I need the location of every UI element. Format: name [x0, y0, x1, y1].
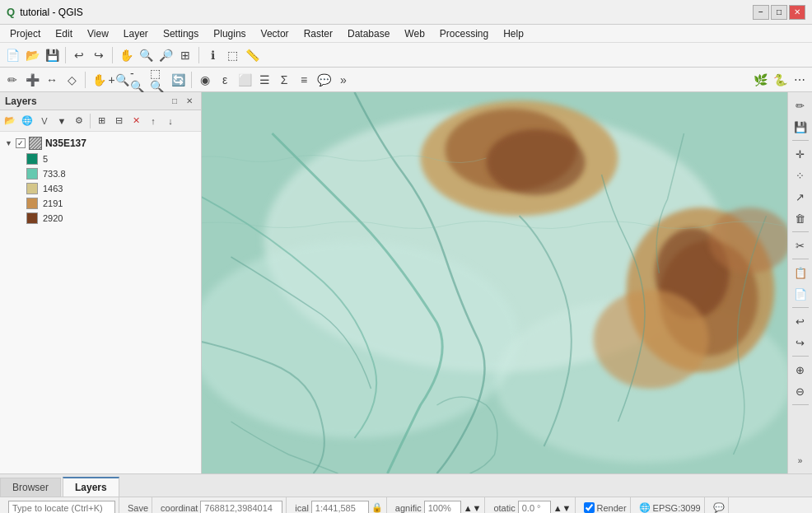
grass-button[interactable]: 🌿 — [751, 71, 769, 89]
rotation-arrow[interactable]: ▲▼ — [553, 503, 572, 513]
layers-toolbar: 📂 🌐 V ▼ ⚙ ⊞ ⊟ ✕ ↑ ↓ — [0, 110, 201, 132]
deselect-button[interactable]: ⬜ — [236, 71, 254, 89]
zoom-select-button[interactable]: ⬚🔍 — [149, 71, 167, 89]
render-label: Render — [597, 503, 627, 513]
menu-item-help[interactable]: Help — [497, 26, 530, 41]
measure-button[interactable]: 📏 — [243, 46, 261, 64]
rt-zoom-out-button[interactable]: ⊖ — [791, 381, 810, 401]
minimize-button[interactable]: − — [753, 5, 769, 20]
messages-icon[interactable]: 💬 — [713, 502, 725, 513]
titlebar: Q tutorial - QGIS − □ ✕ — [0, 0, 812, 25]
zoom-in2-button[interactable]: +🔍 — [110, 71, 128, 89]
new-project-button[interactable]: 📄 — [3, 46, 21, 64]
float-panel-button[interactable]: □ — [168, 95, 181, 108]
rt-digitize-button[interactable]: ✏ — [791, 96, 810, 115]
render-checkbox[interactable] — [584, 502, 595, 513]
menu-item-web[interactable]: Web — [398, 26, 431, 41]
save-project-button[interactable]: 💾 — [43, 46, 61, 64]
layer-group-header[interactable]: ▼ N35E137 — [2, 135, 199, 152]
rt-zoom-in-button[interactable]: ⊕ — [791, 360, 810, 380]
rt-delete-button[interactable]: 🗑 — [791, 208, 810, 228]
refresh-button[interactable]: 🔄 — [169, 71, 187, 89]
node-tool-button[interactable]: ◇ — [63, 71, 81, 89]
layers-options-button[interactable]: ⚙ — [71, 113, 87, 129]
rotation-input[interactable] — [518, 501, 551, 514]
more-button[interactable]: » — [334, 71, 352, 89]
tab-layers[interactable]: Layers — [63, 477, 119, 497]
rt-copy-button[interactable]: 📋 — [791, 263, 810, 282]
add-wms-button[interactable]: 🌐 — [19, 113, 35, 129]
magnify-arrow[interactable]: ▲▼ — [464, 503, 482, 513]
python-button[interactable]: 🐍 — [771, 71, 789, 89]
add-vector-button[interactable]: V — [36, 113, 53, 129]
zoom-in-button[interactable]: 🔍 — [137, 46, 155, 64]
magnify-input[interactable] — [424, 501, 461, 514]
menu-item-vector[interactable]: Vector — [254, 26, 296, 41]
undo-button[interactable]: ↩ — [70, 46, 88, 64]
main-area: Layers □ ✕ 📂 🌐 V ▼ ⚙ ⊞ ⊟ ✕ ↑ ↓ ▼ — [0, 92, 812, 473]
menu-item-layer[interactable]: Layer — [117, 26, 155, 41]
add-feature-button[interactable]: ➕ — [23, 71, 41, 89]
zoom-full-button[interactable]: ⊞ — [176, 46, 194, 64]
menu-item-raster[interactable]: Raster — [297, 26, 339, 41]
rt-paste-button[interactable]: 📄 — [791, 284, 810, 304]
rt-undo-button[interactable]: ↩ — [791, 311, 810, 331]
locate-input[interactable] — [8, 501, 115, 514]
zoom-out2-button[interactable]: -🔍 — [129, 71, 147, 89]
move-down-button[interactable]: ↓ — [162, 113, 179, 129]
filter-layers-button[interactable]: ▼ — [54, 113, 70, 129]
right-toolbar: ✏ 💾 ✛ ⁘ ↗ 🗑 ✂ 📋 📄 ↩ ↪ ⊕ ⊖ » — [787, 92, 812, 473]
pan2-button[interactable]: ✋ — [90, 71, 108, 89]
rt-save-button[interactable]: 💾 — [791, 117, 810, 137]
expand-all-button[interactable]: ⊞ — [93, 113, 110, 129]
legend-item: 2191 — [25, 196, 199, 211]
zoom-out-button[interactable]: 🔎 — [156, 46, 175, 64]
toolbar-separator-2 — [112, 47, 113, 63]
tab-browser[interactable]: Browser — [0, 478, 61, 497]
collapse-all-button[interactable]: ⊟ — [110, 113, 127, 129]
digitize-button[interactable]: ✏ — [3, 71, 21, 89]
close-button[interactable]: ✕ — [789, 5, 805, 20]
rt-crosshair-button[interactable]: ✛ — [791, 144, 810, 164]
coordinate-input[interactable] — [200, 501, 282, 514]
select-by-expression-button[interactable]: ε — [216, 71, 234, 89]
calculator-button[interactable]: ≡ — [295, 71, 313, 89]
locate-section — [5, 497, 119, 513]
menu-item-project[interactable]: Project — [3, 26, 47, 41]
menu-item-view[interactable]: View — [81, 26, 115, 41]
rt-dots-button[interactable]: ⁘ — [791, 166, 810, 185]
annotations-button[interactable]: 💬 — [315, 71, 333, 89]
move-feature-button[interactable]: ↔ — [43, 71, 61, 89]
pan-button[interactable]: ✋ — [117, 46, 135, 64]
open-table-button[interactable]: ☰ — [255, 71, 273, 89]
identify-button[interactable]: ℹ — [203, 46, 222, 64]
move-up-button[interactable]: ↑ — [145, 113, 161, 129]
redo-button[interactable]: ↪ — [90, 46, 108, 64]
menu-item-edit[interactable]: Edit — [49, 26, 79, 41]
open-project-button[interactable]: 📂 — [23, 46, 41, 64]
layers-header-controls: □ ✕ — [168, 95, 196, 108]
toolbar2-separator-1 — [85, 72, 86, 88]
close-panel-button[interactable]: ✕ — [183, 95, 196, 108]
rt-redo-button[interactable]: ↪ — [791, 333, 810, 352]
maximize-button[interactable]: □ — [771, 5, 787, 20]
legend-value-label: 2920 — [43, 213, 63, 223]
legend-value-label: 2191 — [43, 198, 63, 208]
select-button[interactable]: ⬚ — [223, 46, 241, 64]
select-by-location-button[interactable]: ◉ — [196, 71, 214, 89]
menu-item-settings[interactable]: Settings — [156, 26, 205, 41]
crs-label[interactable]: EPSG:3099 — [653, 503, 701, 513]
rt-collapse-button[interactable]: » — [791, 450, 810, 470]
remove-layer-button[interactable]: ✕ — [128, 113, 144, 129]
layer-checkbox[interactable] — [16, 138, 26, 148]
scale-input[interactable] — [311, 501, 369, 514]
more2-button[interactable]: ⋯ — [791, 71, 809, 89]
map-canvas[interactable] — [202, 92, 787, 473]
statistics-button[interactable]: Σ — [275, 71, 293, 89]
rt-select-button[interactable]: ↗ — [791, 187, 810, 207]
menu-item-database[interactable]: Database — [341, 26, 396, 41]
menu-item-processing[interactable]: Processing — [433, 26, 495, 41]
rt-scissors-button[interactable]: ✂ — [791, 236, 810, 255]
open-layer-button[interactable]: 📂 — [2, 113, 18, 129]
menu-item-plugins[interactable]: Plugins — [207, 26, 252, 41]
